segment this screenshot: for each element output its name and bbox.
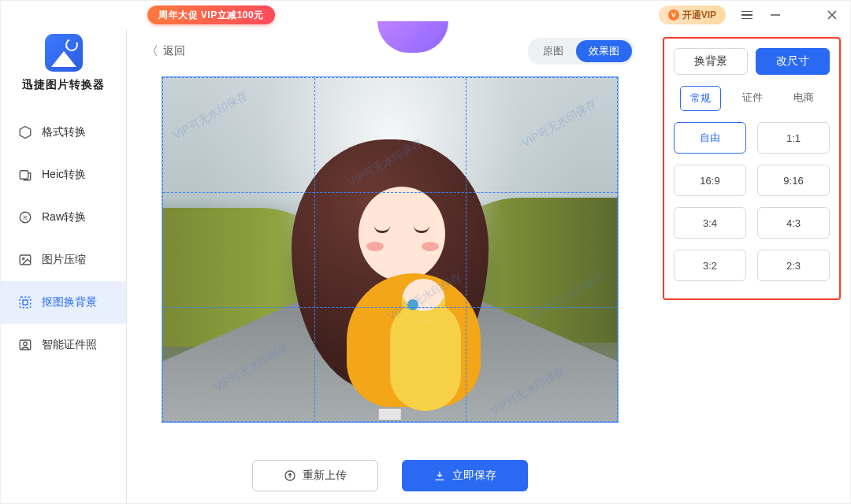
cutout-icon — [18, 295, 32, 309]
sidebar-item-label: 抠图换背景 — [42, 295, 97, 309]
ratio-9-16[interactable]: 9:16 — [757, 165, 830, 196]
ratio-2-3[interactable]: 2:3 — [757, 250, 830, 281]
sidebar-item-label: 格式转换 — [42, 125, 86, 139]
svg-point-12 — [24, 342, 28, 346]
titlebar: 周年大促 VIP立减100元 V 开通VIP — [1, 1, 850, 29]
app-logo-icon — [45, 34, 83, 72]
hamburger-icon — [741, 11, 753, 20]
minimize-button[interactable] — [768, 8, 782, 22]
tab-id[interactable]: 证件 — [733, 86, 772, 111]
reupload-button[interactable]: 重新上传 — [252, 460, 378, 491]
ratio-3-4[interactable]: 3:4 — [674, 207, 746, 239]
preview-toggle: 原图 效果图 — [528, 38, 634, 65]
minimize-icon — [770, 9, 781, 20]
right-panel: 换背景 改尺寸 常规 证件 电商 自由 1:1 16:9 9:16 3:4 4:… — [653, 29, 850, 503]
back-button[interactable]: 〈 返回 — [146, 43, 185, 60]
sidebar-item-heic-convert[interactable]: Heic转换 — [1, 154, 126, 196]
sidebar-item-raw-convert[interactable]: R Raw转换 — [1, 196, 126, 239]
ratio-16-9[interactable]: 16:9 — [674, 165, 746, 196]
app-title: 迅捷图片转换器 — [22, 78, 105, 92]
panel-highlight-box: 换背景 改尺寸 常规 证件 电商 自由 1:1 16:9 9:16 3:4 4:… — [663, 37, 841, 300]
hexagon-icon — [18, 125, 32, 139]
sidebar-item-format-convert[interactable]: 格式转换 — [1, 111, 126, 154]
toggle-effect[interactable]: 效果图 — [576, 40, 632, 62]
svg-rect-4 — [20, 171, 28, 180]
sidebar-item-label: Raw转换 — [42, 210, 86, 224]
sidebar-item-label: Heic转换 — [42, 168, 86, 182]
ratio-free[interactable]: 自由 — [674, 122, 746, 154]
ratio-3-2[interactable]: 3:2 — [674, 250, 746, 281]
main-area: 〈 返回 原图 效果图 — [127, 29, 653, 503]
tab-ecom[interactable]: 电商 — [784, 86, 823, 111]
svg-text:R: R — [24, 215, 28, 220]
id-photo-icon — [18, 338, 32, 352]
size-category-tabs: 常规 证件 电商 — [674, 86, 830, 111]
seg-change-bg[interactable]: 换背景 — [674, 48, 748, 75]
menu-button[interactable] — [740, 8, 754, 22]
maximize-button[interactable] — [797, 8, 811, 22]
svg-rect-7 — [20, 255, 31, 265]
svg-point-8 — [23, 258, 24, 259]
open-vip-button[interactable]: V 开通VIP — [659, 6, 726, 24]
back-label: 返回 — [163, 44, 185, 58]
sidebar-item-label: 图片压缩 — [42, 253, 86, 267]
save-button[interactable]: 立即保存 — [402, 460, 528, 491]
sidebar-item-id-photo[interactable]: 智能证件照 — [1, 324, 126, 366]
sidebar-item-label: 智能证件照 — [42, 338, 97, 352]
aspect-ratio-grid: 自由 1:1 16:9 9:16 3:4 4:3 3:2 2:3 — [674, 122, 830, 281]
ratio-4-3[interactable]: 4:3 — [757, 207, 830, 239]
save-label: 立即保存 — [452, 469, 496, 483]
chevron-left-icon: 〈 — [146, 43, 158, 60]
sidebar: 迅捷图片转换器 格式转换 Heic转换 R Raw转换 图片压缩 — [1, 29, 127, 503]
svg-rect-9 — [20, 297, 31, 308]
download-icon — [433, 469, 446, 482]
sidebar-item-image-compress[interactable]: 图片压缩 — [1, 239, 126, 281]
svg-marker-3 — [20, 127, 31, 139]
vip-label: 开通VIP — [682, 9, 716, 22]
sidebar-item-cutout-bg[interactable]: 抠图换背景 — [1, 281, 126, 324]
image-icon — [18, 253, 32, 267]
ratio-1-1[interactable]: 1:1 — [757, 122, 830, 154]
raw-icon: R — [18, 210, 32, 224]
heic-icon — [18, 168, 32, 182]
seg-change-size[interactable]: 改尺寸 — [756, 48, 830, 75]
tab-normal[interactable]: 常规 — [680, 86, 721, 111]
upload-icon — [284, 469, 296, 482]
vip-badge-icon: V — [668, 9, 679, 20]
image-canvas[interactable]: VIP可无水印保存 VIP可无水印保存 VIP可无水印保存 VIP可无水印保存 … — [162, 76, 619, 423]
canvas-subject-figure — [292, 139, 489, 391]
mode-segment: 换背景 改尺寸 — [674, 48, 830, 75]
toggle-original[interactable]: 原图 — [530, 40, 576, 62]
svg-rect-10 — [23, 300, 28, 305]
close-icon — [827, 9, 838, 20]
reupload-label: 重新上传 — [303, 469, 347, 483]
close-button[interactable] — [825, 8, 839, 22]
promo-banner[interactable]: 周年大促 VIP立减100元 — [147, 6, 275, 24]
